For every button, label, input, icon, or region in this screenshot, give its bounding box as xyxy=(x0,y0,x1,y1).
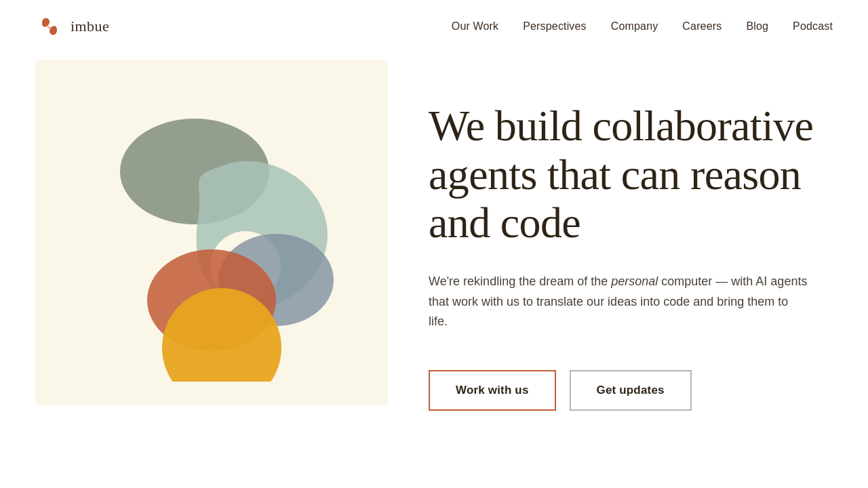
get-updates-button[interactable]: Get updates xyxy=(570,370,692,411)
cta-buttons: Work with us Get updates xyxy=(429,370,833,411)
main-nav: Our Work Perspectives Company Careers Bl… xyxy=(452,20,833,33)
subtext-italic: personal xyxy=(611,274,658,288)
hero-section: We build collaborative agents that can r… xyxy=(0,60,868,439)
nav-company[interactable]: Company xyxy=(611,20,658,33)
nav-perspectives[interactable]: Perspectives xyxy=(523,20,587,33)
abstract-shapes xyxy=(76,83,347,382)
logo[interactable]: imbue xyxy=(35,12,109,41)
hero-illustration xyxy=(35,60,388,405)
imbue-logo-icon xyxy=(35,12,64,41)
logo-wordmark: imbue xyxy=(71,18,109,35)
subtext-before: We're rekindling the dream of the xyxy=(429,274,611,288)
hero-subtext: We're rekindling the dream of the person… xyxy=(429,272,808,332)
hero-text-area: We build collaborative agents that can r… xyxy=(429,60,833,439)
hero-headline: We build collaborative agents that can r… xyxy=(429,102,833,247)
nav-podcast[interactable]: Podcast xyxy=(793,20,833,33)
nav-careers[interactable]: Careers xyxy=(682,20,722,33)
work-with-us-button[interactable]: Work with us xyxy=(429,370,556,411)
nav-our-work[interactable]: Our Work xyxy=(452,20,498,33)
nav-blog[interactable]: Blog xyxy=(746,20,768,33)
